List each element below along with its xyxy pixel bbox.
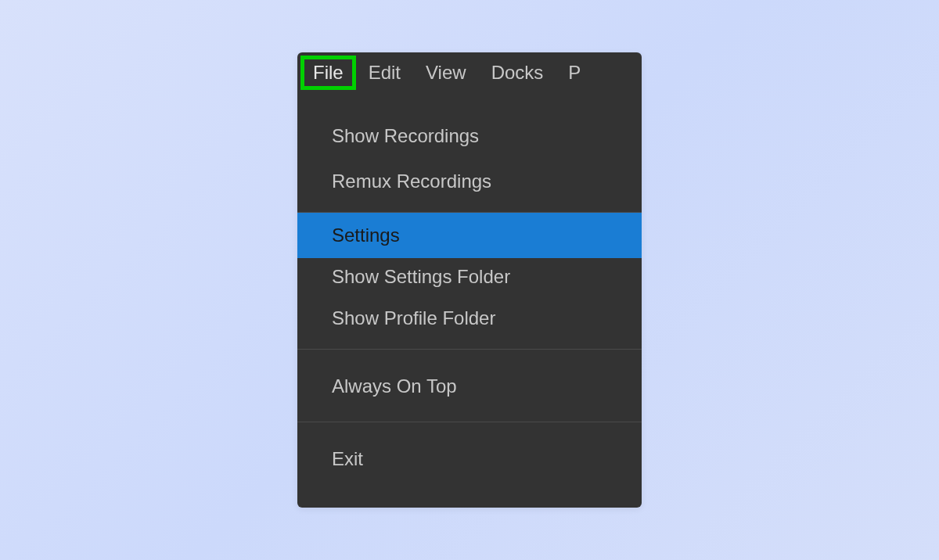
menubar-edit[interactable]: Edit bbox=[356, 56, 413, 90]
menu-item-settings[interactable]: Settings bbox=[297, 213, 642, 258]
menu-section-window: Always On Top bbox=[297, 350, 642, 422]
menu-item-show-recordings[interactable]: Show Recordings bbox=[297, 113, 642, 159]
menu-section-recordings: Show Recordings Remux Recordings bbox=[297, 93, 642, 213]
menu-item-show-settings-folder[interactable]: Show Settings Folder bbox=[297, 258, 642, 296]
menubar-view[interactable]: View bbox=[413, 56, 479, 90]
menu-item-always-on-top[interactable]: Always On Top bbox=[297, 364, 642, 409]
menu-section-exit: Exit bbox=[297, 422, 642, 497]
menubar-docks[interactable]: Docks bbox=[479, 56, 556, 90]
file-dropdown-menu: Show Recordings Remux Recordings Setting… bbox=[297, 93, 642, 508]
menu-item-remux-recordings[interactable]: Remux Recordings bbox=[297, 159, 642, 204]
menubar-partial[interactable]: P bbox=[556, 56, 593, 90]
menu-item-exit[interactable]: Exit bbox=[297, 436, 642, 482]
menu-section-settings: Settings Show Settings Folder Show Profi… bbox=[297, 213, 642, 350]
menubar: File Edit View Docks P bbox=[297, 52, 642, 93]
app-window: File Edit View Docks P Show Recordings R… bbox=[297, 52, 642, 508]
menu-item-show-profile-folder[interactable]: Show Profile Folder bbox=[297, 296, 642, 341]
menubar-file[interactable]: File bbox=[300, 56, 356, 90]
